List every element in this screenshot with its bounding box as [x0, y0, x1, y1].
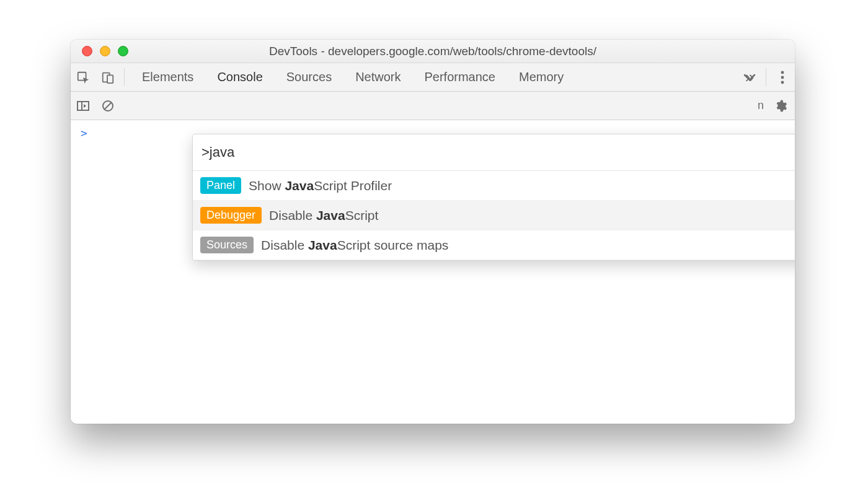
- device-toolbar-icon[interactable]: [95, 63, 120, 91]
- toggle-drawer-icon[interactable]: [71, 100, 95, 112]
- svg-point-5: [781, 81, 784, 84]
- command-palette-item[interactable]: SourcesDisable JavaScript source maps: [193, 230, 795, 260]
- command-label: Show JavaScript Profiler: [249, 178, 392, 193]
- svg-point-4: [781, 76, 784, 79]
- separator: [124, 68, 125, 86]
- command-palette-item[interactable]: PanelShow JavaScript Profiler: [193, 171, 795, 201]
- command-label: Disable JavaScript source maps: [261, 238, 448, 253]
- command-label: Disable JavaScript: [269, 208, 378, 223]
- console-prompt: >: [81, 126, 87, 139]
- separator: [766, 68, 766, 86]
- command-category-badge: Panel: [200, 177, 241, 194]
- devtools-window: DevTools - developers.google.com/web/too…: [71, 40, 795, 424]
- tab-memory[interactable]: Memory: [518, 63, 565, 91]
- more-tabs-icon[interactable]: »: [737, 63, 762, 91]
- tab-console[interactable]: Console: [216, 63, 264, 91]
- svg-rect-2: [107, 75, 113, 83]
- command-palette-input[interactable]: [193, 134, 795, 171]
- tab-network[interactable]: Network: [354, 63, 402, 91]
- inspect-element-icon[interactable]: [71, 63, 95, 91]
- command-category-badge: Debugger: [200, 207, 262, 224]
- close-window-button[interactable]: [82, 46, 92, 56]
- titlebar: DevTools - developers.google.com/web/too…: [71, 40, 795, 63]
- window-title: DevTools - developers.google.com/web/too…: [71, 45, 795, 58]
- panel-tabbar: ElementsConsoleSourcesNetworkPerformance…: [71, 63, 795, 92]
- window-controls: [71, 46, 128, 56]
- svg-rect-6: [78, 102, 89, 110]
- command-palette-list: PanelShow JavaScript ProfilerDebuggerDis…: [193, 171, 795, 260]
- tab-elements[interactable]: Elements: [141, 63, 195, 91]
- zoom-window-button[interactable]: [118, 46, 128, 56]
- minimize-window-button[interactable]: [100, 46, 110, 56]
- truncated-text: n: [758, 99, 764, 112]
- tab-performance[interactable]: Performance: [423, 63, 497, 91]
- clear-console-icon[interactable]: [95, 99, 120, 113]
- console-toolbar: n: [71, 92, 795, 120]
- console-settings-icon[interactable]: [774, 92, 787, 120]
- command-category-badge: Sources: [200, 237, 254, 253]
- settings-menu-icon[interactable]: [770, 63, 795, 91]
- panel-tabs: ElementsConsoleSourcesNetworkPerformance…: [128, 63, 737, 91]
- svg-line-9: [104, 102, 112, 110]
- svg-point-3: [781, 71, 784, 74]
- command-palette: PanelShow JavaScript ProfilerDebuggerDis…: [192, 134, 795, 261]
- command-palette-item[interactable]: DebuggerDisable JavaScript: [193, 201, 795, 230]
- tab-sources[interactable]: Sources: [285, 63, 333, 91]
